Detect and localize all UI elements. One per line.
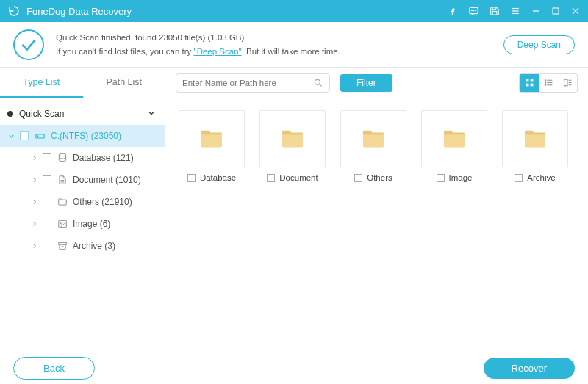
folder-label-row: Archive — [502, 173, 568, 182]
svg-point-22 — [545, 80, 545, 81]
footer: Back Recover — [0, 352, 588, 384]
checkbox[interactable] — [267, 174, 275, 182]
menu-icon[interactable] — [510, 6, 520, 16]
view-grid-button[interactable] — [520, 74, 539, 92]
chevron-right-icon[interactable] — [31, 198, 38, 206]
folder-item[interactable]: Document — [259, 110, 326, 182]
folder-icon — [179, 110, 245, 167]
folder-icon — [502, 110, 568, 167]
svg-rect-36 — [59, 242, 67, 244]
deep-scan-link[interactable]: "Deep Scan" — [194, 47, 242, 56]
svg-point-2 — [473, 10, 474, 10]
svg-rect-4 — [492, 7, 496, 10]
maximize-icon[interactable] — [551, 7, 560, 15]
svg-point-24 — [545, 84, 545, 85]
sidebar-item[interactable]: Others (21910) — [0, 191, 165, 213]
chevron-right-icon[interactable] — [31, 220, 38, 228]
sidebar-item-label: Archive (3) — [73, 241, 115, 251]
sidebar-root[interactable]: Quick Scan — [0, 103, 165, 125]
svg-rect-15 — [526, 79, 528, 82]
view-list-button[interactable] — [539, 74, 558, 92]
image-icon — [57, 219, 68, 229]
app-title: FoneDog Data Recovery — [26, 6, 448, 17]
tab-strip: Type List Path List — [0, 68, 165, 98]
status-line-1: Quick Scan finished, found 23050 file(s)… — [56, 31, 503, 44]
sidebar-item[interactable]: Archive (3) — [0, 235, 165, 257]
window-controls — [448, 6, 581, 17]
folder-item[interactable]: Archive — [502, 110, 568, 182]
archive-icon — [57, 241, 68, 251]
chevron-right-icon[interactable] — [31, 242, 38, 250]
sidebar-item[interactable]: Document (1010) — [0, 169, 165, 191]
feedback-icon[interactable] — [468, 6, 479, 17]
checkbox[interactable] — [20, 131, 29, 140]
database-icon — [57, 153, 68, 163]
svg-rect-16 — [530, 79, 533, 82]
chevron-right-icon[interactable] — [31, 154, 38, 162]
facebook-icon[interactable] — [448, 6, 458, 16]
svg-point-31 — [59, 153, 65, 156]
chevron-down-icon[interactable] — [147, 109, 156, 120]
folder-grid: DatabaseDocumentOthersImageArchive — [165, 98, 588, 352]
svg-point-30 — [37, 135, 38, 136]
view-mode-switch — [519, 73, 578, 93]
deep-scan-button[interactable]: Deep Scan — [503, 35, 575, 54]
checkbox[interactable] — [43, 153, 51, 162]
folder-label-row: Image — [421, 173, 487, 182]
app-logo-icon — [7, 4, 21, 18]
checkbox[interactable] — [43, 242, 51, 250]
bullet-icon — [7, 111, 13, 117]
search-input-wrap[interactable] — [176, 73, 330, 93]
sidebar-root-label: Quick Scan — [19, 109, 64, 119]
chevron-right-icon[interactable] — [31, 176, 38, 184]
checkbox[interactable] — [43, 175, 51, 184]
checkbox[interactable] — [43, 198, 51, 206]
search-icon[interactable] — [313, 78, 323, 88]
svg-rect-5 — [492, 12, 497, 15]
filter-button[interactable]: Filter — [340, 74, 392, 92]
checkbox[interactable] — [514, 174, 523, 182]
checkbox[interactable] — [43, 220, 51, 228]
search-input[interactable] — [182, 79, 313, 87]
back-button[interactable]: Back — [13, 357, 95, 380]
svg-point-1 — [472, 10, 473, 10]
folder-item[interactable]: Database — [179, 110, 245, 182]
svg-point-3 — [476, 10, 476, 10]
sidebar-item-label: Others (21910) — [73, 197, 132, 207]
checkbox[interactable] — [437, 174, 445, 182]
folder-label-row: Database — [179, 173, 245, 182]
checkbox[interactable] — [354, 174, 362, 182]
folder-label-row: Others — [340, 173, 406, 182]
status-line-2: If you can't find lost files, you can tr… — [56, 45, 503, 58]
folder-item[interactable]: Others — [340, 110, 406, 182]
svg-line-14 — [320, 84, 322, 86]
view-detail-button[interactable] — [558, 74, 577, 92]
save-icon[interactable] — [490, 6, 500, 16]
checkmark-icon — [13, 29, 44, 60]
svg-rect-10 — [553, 8, 559, 14]
folder-label: Archive — [527, 173, 555, 182]
sidebar-item[interactable]: Database (121) — [0, 147, 165, 169]
close-icon[interactable] — [570, 6, 581, 16]
svg-point-35 — [60, 222, 62, 224]
svg-rect-18 — [530, 84, 533, 87]
sidebar-item[interactable]: Image (6) — [0, 213, 165, 235]
folder-label: Document — [279, 173, 318, 182]
folder-icon — [421, 110, 487, 167]
folder-item[interactable]: Image — [421, 110, 487, 182]
titlebar: FoneDog Data Recovery — [0, 0, 588, 22]
chevron-down-icon[interactable] — [7, 132, 15, 140]
minimize-icon[interactable] — [531, 6, 541, 16]
sidebar: Quick Scan C:(NTFS) (23050) Database (12… — [0, 98, 165, 352]
recover-button[interactable]: Recover — [484, 358, 575, 379]
sidebar-item-label: Database (121) — [73, 153, 134, 163]
tab-type-list[interactable]: Type List — [0, 68, 83, 98]
checkbox[interactable] — [187, 174, 196, 182]
sidebar-item-label: Document (1010) — [73, 175, 141, 185]
sidebar-drive[interactable]: C:(NTFS) (23050) — [0, 125, 165, 147]
folder-label: Others — [367, 173, 392, 182]
tab-path-list[interactable]: Path List — [83, 68, 166, 98]
svg-rect-17 — [526, 84, 528, 87]
sidebar-drive-label: C:(NTFS) (23050) — [51, 131, 121, 141]
folder-icon — [57, 197, 68, 207]
